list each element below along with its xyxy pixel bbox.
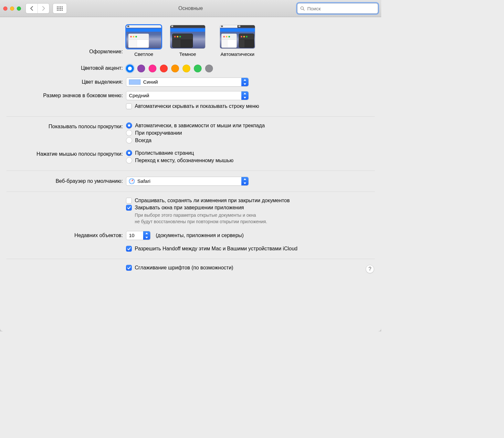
appearance-light[interactable]: Светлое xyxy=(126,25,162,57)
checkbox-icon xyxy=(126,246,132,252)
scrollclick-label: Нажатие мышью полосы прокрутки: xyxy=(6,150,126,157)
scrollbars-always-radio[interactable]: Всегда xyxy=(126,137,375,143)
ask-save-checkbox[interactable]: Спрашивать, сохранять ли изменения при з… xyxy=(126,198,375,203)
accent-label: Цветовой акцент: xyxy=(6,65,126,71)
content: Оформление: Светлое xyxy=(0,17,381,280)
radio-icon xyxy=(126,122,132,129)
forward-button[interactable] xyxy=(37,4,49,13)
scrollclick-jump-radio[interactable]: Переход к месту, обозначенному мышью xyxy=(126,157,375,163)
checkbox-icon xyxy=(126,205,132,211)
scrollclick-page-radio[interactable]: Пролистывание страниц xyxy=(126,150,375,156)
dropdown-stepper-icon xyxy=(143,231,150,240)
recent-suffix: (документы, приложения и серверы) xyxy=(156,233,244,238)
handoff-checkbox[interactable]: Разрешить Handoff между этим Mac и Вашим… xyxy=(126,246,375,252)
appearance-auto[interactable]: Автоматически xyxy=(214,25,261,57)
sidebar-icon-dropdown[interactable]: Средний xyxy=(126,91,249,100)
accent-swatch[interactable] xyxy=(205,65,213,72)
minimize-window-button[interactable] xyxy=(10,6,14,11)
close-windows-description: При выборе этого параметра открытые доку… xyxy=(126,212,375,225)
search-input[interactable] xyxy=(307,5,375,12)
search-icon xyxy=(300,6,305,11)
dropdown-stepper-icon xyxy=(241,78,248,86)
scrollbars-when-scrolling-radio[interactable]: При прокручивании xyxy=(126,130,375,136)
highlight-swatch xyxy=(129,79,141,85)
accent-swatch[interactable] xyxy=(183,65,190,72)
help-button[interactable]: ? xyxy=(366,265,374,273)
accent-swatch[interactable] xyxy=(171,65,179,72)
radio-icon xyxy=(126,130,132,136)
svg-line-1 xyxy=(303,9,304,10)
window-controls xyxy=(3,6,21,11)
font-smoothing-checkbox[interactable]: Сглаживание шрифтов (по возможности) xyxy=(126,265,375,271)
show-all-button[interactable] xyxy=(53,3,67,14)
close-window-button[interactable] xyxy=(3,6,7,11)
radio-icon xyxy=(126,137,132,143)
dropdown-stepper-icon xyxy=(241,91,248,100)
sidebar-icon-label: Размер значков в боковом меню: xyxy=(6,93,126,99)
preferences-window: Основные Оформление: Светлое xyxy=(0,0,381,331)
safari-icon xyxy=(129,178,135,184)
checkbox-icon xyxy=(126,103,132,109)
dropdown-stepper-icon xyxy=(241,177,248,185)
default-browser-dropdown[interactable]: Safari xyxy=(126,177,249,186)
accent-swatches xyxy=(126,64,375,72)
radio-icon xyxy=(126,157,132,163)
highlight-dropdown[interactable]: Синий xyxy=(126,78,249,87)
appearance-options: Светлое Темное xyxy=(126,25,375,57)
autohide-menubar-checkbox[interactable]: Автоматически скрывать и показывать стро… xyxy=(126,103,375,109)
scrollbars-auto-radio[interactable]: Автоматически, в зависимости от мыши или… xyxy=(126,122,375,129)
accent-swatch[interactable] xyxy=(160,65,168,72)
accent-swatch[interactable] xyxy=(126,65,134,72)
browser-label: Веб-браузер по умолчанию: xyxy=(6,178,126,184)
recent-items-dropdown[interactable]: 10 xyxy=(126,231,151,240)
appearance-dark[interactable]: Темное xyxy=(170,25,205,57)
titlebar: Основные xyxy=(0,0,381,17)
nav-segmented xyxy=(26,3,49,14)
radio-icon xyxy=(126,150,132,156)
appearance-label: Оформление: xyxy=(6,27,126,55)
search-field[interactable] xyxy=(297,3,378,14)
accent-swatch[interactable] xyxy=(137,65,145,72)
checkbox-icon xyxy=(126,198,132,203)
scrollbars-label: Показывать полосы прокрутки: xyxy=(6,122,126,130)
highlight-label: Цвет выделения: xyxy=(6,79,126,85)
back-button[interactable] xyxy=(26,4,37,13)
checkbox-icon xyxy=(126,265,132,271)
close-windows-checkbox[interactable]: Закрывать окна при завершении приложения xyxy=(126,205,375,211)
grid-icon xyxy=(57,6,63,11)
recent-label: Недавних объектов: xyxy=(6,233,126,238)
accent-swatch[interactable] xyxy=(194,65,202,72)
accent-swatch[interactable] xyxy=(149,65,156,72)
zoom-window-button[interactable] xyxy=(17,6,21,11)
